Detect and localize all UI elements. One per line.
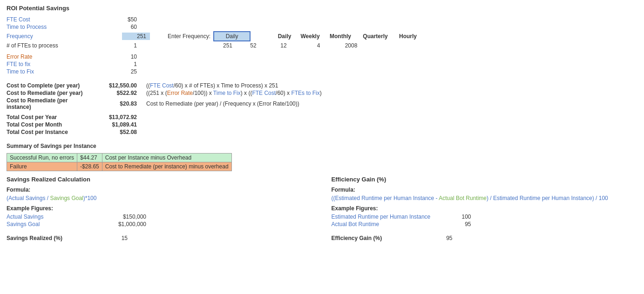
actual-bot-row: Actual Bot Runtime 95 [332, 221, 638, 227]
freq-converter: Enter Frequency: Daily [168, 31, 251, 41]
cost-remediate-value: $522.92 [90, 90, 146, 96]
savings-realized-result-value: 15 [90, 235, 128, 241]
savings-row-orange-value: -$28.65 [77, 162, 102, 171]
savings-row-orange-label: Failure [7, 162, 77, 171]
savings-row-green: Successful Run, no errors $44.27 Cost pe… [7, 154, 232, 162]
time-to-fix-row: Time to Fix 25 [7, 68, 637, 75]
savings-realized-section: Savings Realized Calculation Formula: (A… [7, 176, 313, 241]
efficiency-gain-section: Efficiency Gain (%) Formula: ((Estimated… [332, 176, 638, 241]
efficiency-result-label: Efficiency Gain (%) [332, 235, 415, 241]
savings-example-label: Example Figures: [7, 205, 313, 212]
freq-header-quarterly: Quarterly [357, 33, 394, 40]
actual-bot-value: 95 [434, 221, 471, 227]
inputs-section: FTE Cost $50 Time to Process 60 Frequenc… [7, 16, 637, 75]
freq-values: 251 52 12 4 2008 [216, 42, 365, 49]
fte-to-fix-row: FTE to fix 1 [7, 61, 637, 67]
fte-cost-row: FTE Cost $50 [7, 16, 637, 23]
savings-summary-section: Summary of Savings per Instance Successf… [7, 140, 637, 171]
total-instance-label: Total Cost per Instance [7, 129, 90, 135]
savings-realized-result-label: Savings Realized (%) [7, 235, 90, 241]
cost-remediate-formula: ((251 x (Error Rate/100)) x Time to Fix)… [146, 90, 637, 96]
actual-savings-value: $150,000 [109, 214, 146, 220]
page-title: ROI Potential Savings [7, 5, 637, 12]
time-to-process-value: 60 [90, 24, 146, 30]
time-to-process-label: Time to Process [7, 24, 90, 30]
time-to-fix-value: 25 [90, 68, 146, 75]
cost-remediate-instance-formula: Cost to Remediate (per year) / (Frequenc… [146, 100, 637, 107]
cost-remediate-row: Cost to Remediate (per year) $522.92 ((2… [7, 90, 637, 96]
est-runtime-value: 100 [434, 214, 471, 220]
savings-goal-label: Savings Goal [7, 221, 109, 227]
total-month-value: $1,089.41 [90, 121, 146, 128]
time-to-process-row: Time to Process 60 [7, 24, 637, 30]
freq-val-weekly: 52 [239, 42, 267, 49]
freq-headers-row: Daily Weekly Monthly Quarterly Hourly [273, 33, 422, 40]
total-instance-row: Total Cost per Instance $52.08 [7, 129, 637, 135]
frequency-row: Frequency 251 Enter Frequency: Daily Dai… [7, 31, 637, 41]
savings-row-green-desc: Cost per Instance minus Overhead [102, 154, 231, 162]
fte-cost-value: $50 [90, 16, 146, 23]
actual-savings-row: Actual Savings $150,000 [7, 214, 313, 220]
savings-row-green-value: $44.27 [77, 154, 102, 162]
savings-row-orange: Failure -$28.65 Cost to Remediate (per i… [7, 162, 232, 171]
frequency-label: Frequency [7, 33, 90, 40]
efficiency-result-row: Efficiency Gain (%) 95 [332, 235, 638, 241]
freq-header-hourly: Hourly [394, 33, 422, 40]
savings-row-green-label: Successful Run, no errors [7, 154, 77, 162]
total-year-label: Total Cost per Year [7, 114, 90, 120]
efficiency-result-value: 95 [415, 235, 453, 241]
actual-bot-label: Actual Bot Runtime [332, 221, 434, 227]
total-instance-value: $52.08 [90, 129, 146, 135]
savings-goal-value: $1,000,000 [109, 221, 146, 227]
savings-realized-title: Savings Realized Calculation [7, 176, 313, 183]
cost-remediate-label: Cost to Remediate (per year) [7, 90, 90, 96]
savings-realized-formula: (Actual Savings / Savings Goal)*100 [7, 195, 313, 201]
freq-input[interactable]: Daily [213, 31, 251, 41]
savings-goal-row: Savings Goal $1,000,000 [7, 221, 313, 227]
savings-realized-formula-label: Formula: [7, 187, 313, 193]
freq-header-weekly: Weekly [296, 33, 324, 40]
cost-complete-label: Cost to Complete (per year) [7, 82, 90, 89]
est-runtime-label: Estimated Runtime per Human Instance [332, 214, 434, 220]
actual-savings-label: Actual Savings [7, 214, 109, 220]
freq-header-monthly: Monthly [324, 33, 357, 40]
freq-val-daily: 251 [216, 42, 239, 49]
savings-summary-title: Summary of Savings per Instance [7, 143, 637, 149]
freq-values-row: # of FTEs to process 1 251 52 12 4 2008 [7, 42, 637, 49]
efficiency-formula: ((Estimated Runtime per Human Instance -… [332, 195, 638, 201]
cost-complete-value: $12,550.00 [90, 82, 146, 89]
num-ftes-value: 1 [90, 42, 146, 49]
efficiency-example-label: Example Figures: [332, 205, 638, 212]
time-to-fix-label: Time to Fix [7, 68, 90, 75]
cost-remediate-instance-value: $20.83 [90, 100, 146, 107]
cost-remediate-instance-row: Cost to Remediate (per instance) $20.83 … [7, 97, 637, 110]
total-year-value: $13,072.92 [90, 114, 146, 120]
freq-val-hourly: 2008 [337, 42, 365, 49]
fte-cost-label: FTE Cost [7, 16, 90, 23]
cost-complete-formula: ((FTE Cost/60) x # of FTEs) x Time to Pr… [146, 82, 637, 89]
efficiency-gain-title: Efficiency Gain (%) [332, 176, 638, 183]
savings-realized-result-row: Savings Realized (%) 15 [7, 235, 313, 241]
est-runtime-row: Estimated Runtime per Human Instance 100 [332, 214, 638, 220]
freq-val-quarterly: 4 [300, 42, 337, 49]
savings-row-orange-desc: Cost to Remediate (per instance) minus o… [102, 162, 231, 171]
error-rate-value: 10 [90, 53, 146, 60]
frequency-value: 251 [122, 33, 150, 40]
cost-remediate-instance-label: Cost to Remediate (per instance) [7, 97, 90, 110]
freq-header-daily: Daily [273, 33, 296, 40]
fte-to-fix-value: 1 [90, 61, 146, 67]
num-ftes-label: # of FTEs to process [7, 42, 90, 49]
savings-table: Successful Run, no errors $44.27 Cost pe… [7, 153, 232, 171]
cost-complete-row: Cost to Complete (per year) $12,550.00 (… [7, 82, 637, 89]
total-month-row: Total Cost per Month $1,089.41 [7, 121, 637, 128]
error-rate-row: Error Rate 10 [7, 53, 637, 60]
enter-freq-label: Enter Frequency: [168, 33, 210, 40]
cost-section: Cost to Complete (per year) $12,550.00 (… [7, 80, 637, 135]
error-rate-label: Error Rate [7, 53, 90, 60]
total-year-row: Total Cost per Year $13,072.92 [7, 114, 637, 120]
bottom-section: Savings Realized Calculation Formula: (A… [7, 176, 637, 241]
efficiency-formula-label: Formula: [332, 187, 638, 193]
freq-val-monthly: 12 [267, 42, 300, 49]
fte-to-fix-label: FTE to fix [7, 61, 90, 67]
total-month-label: Total Cost per Month [7, 121, 90, 128]
